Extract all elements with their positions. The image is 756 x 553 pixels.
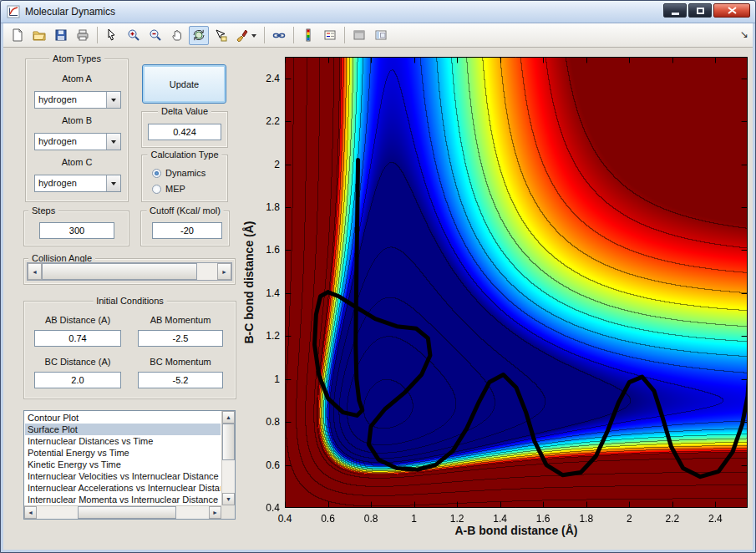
chevron-down-icon[interactable] (106, 134, 120, 150)
y-tick-label: 1.2 (248, 330, 280, 342)
edit-plot-button[interactable] (102, 26, 122, 45)
radio-dynamics-label: Dynamics (165, 168, 205, 178)
insert-colorbar-button[interactable] (298, 26, 318, 45)
y-axis-label: B-C bond distance (Å) (242, 221, 256, 344)
listbox-vertical-scrollbar[interactable]: ▲ ▼ (221, 411, 235, 505)
y-tick-label: 2.2 (248, 115, 280, 127)
atom-b-select[interactable]: hydrogen (34, 133, 121, 150)
ab-momentum-field[interactable] (138, 330, 223, 347)
vertical-scroll-thumb[interactable] (222, 424, 235, 460)
zoom-out-button[interactable] (145, 26, 165, 45)
delta-value-panel-title: Delta Value (158, 106, 211, 116)
atom-a-value: hydrogen (35, 92, 106, 108)
cutoff-panel-title: Cutoff (Kcal/ mol) (146, 205, 224, 216)
bc-distance-label: BC Distance (A) (34, 357, 121, 367)
scroll-up-arrow-icon[interactable]: ▲ (222, 411, 235, 424)
dropdown-caret-icon[interactable] (251, 34, 256, 40)
steps-field[interactable] (39, 222, 114, 239)
titlebar[interactable]: Molecular Dynamics (1, 1, 755, 23)
open-file-button[interactable] (29, 26, 49, 45)
plot-list-item[interactable]: Internuclear Distances vs Time (25, 435, 221, 447)
print-figure-button[interactable] (73, 26, 93, 45)
atom-c-select[interactable]: hydrogen (34, 175, 121, 192)
cutoff-field[interactable] (152, 222, 222, 239)
close-button[interactable] (713, 3, 750, 18)
cursor-arrow-icon (105, 28, 119, 42)
chevron-down-icon[interactable] (106, 175, 120, 191)
plot-type-listbox[interactable]: Contour PlotSurface PlotInternuclear Dis… (23, 410, 236, 520)
y-tick-label: 2.4 (248, 73, 280, 84)
plot-list-item[interactable]: Internuclear Momenta vs Internuclear Dis… (25, 494, 221, 505)
bc-momentum-label: BC Momentum (138, 357, 223, 367)
plot-list-item[interactable]: Contour Plot (25, 412, 221, 424)
brush-data-button[interactable] (232, 26, 260, 45)
update-button[interactable]: Update (142, 64, 226, 104)
atom-types-panel-title: Atom Types (49, 53, 104, 63)
plot-list-item[interactable]: Potential Energy vs Time (25, 447, 221, 459)
link-plot-button[interactable] (269, 26, 289, 45)
slider-right-arrow-icon[interactable]: ► (217, 263, 231, 280)
radio-button-icon (152, 169, 161, 178)
steps-panel: Steps (23, 211, 129, 246)
chevron-down-icon[interactable] (106, 92, 120, 108)
figure-content: Atom Types Atom A hydrogen Atom B hydrog… (3, 48, 753, 550)
horizontal-scroll-thumb[interactable] (78, 506, 176, 519)
colorbar-icon (302, 28, 315, 42)
toolbar-buttons (7, 26, 392, 45)
link-plot-icon (272, 28, 286, 42)
figure-client-area: ↘ Atom Types Atom A hydrogen Atom B hydr… (3, 23, 753, 550)
radio-dynamics[interactable]: Dynamics (152, 167, 205, 179)
rotate-3d-button[interactable] (189, 26, 209, 45)
x-tick-label: 1.8 (572, 513, 601, 525)
pan-button[interactable] (167, 26, 187, 45)
toolbar-separator (264, 27, 265, 43)
save-figure-button[interactable] (51, 26, 71, 45)
plot-list-item[interactable]: Kinetic Energy vs Time (25, 459, 221, 470)
legend-icon (323, 28, 337, 42)
data-cursor-button[interactable] (211, 26, 231, 45)
plot-list-item[interactable]: Surface Plot (25, 424, 221, 435)
calculation-type-panel: Calculation Type Dynamics MEP (141, 155, 228, 202)
show-plot-tools-icon (374, 28, 388, 42)
delta-value-field[interactable] (148, 124, 221, 140)
toolbar-separator (97, 27, 98, 43)
radio-mep[interactable]: MEP (152, 183, 185, 195)
collision-angle-slider[interactable]: ◄ ► (27, 262, 232, 281)
open-folder-icon (33, 28, 46, 42)
cutoff-panel: Cutoff (Kcal/ mol) (140, 211, 230, 246)
x-tick-label: 0.4 (271, 513, 299, 525)
pes-plot-canvas[interactable] (285, 57, 748, 508)
scroll-right-arrow-icon[interactable]: ► (209, 506, 221, 519)
plot-list-item[interactable]: Internuclear Velocities vs Internuclear … (25, 470, 221, 482)
ab-distance-field[interactable] (34, 330, 121, 347)
toolbar-separator (344, 27, 345, 43)
new-figure-button[interactable] (8, 26, 28, 45)
show-plot-tools-button[interactable] (371, 26, 391, 45)
atom-b-value: hydrogen (35, 134, 106, 150)
atom-a-select[interactable]: hydrogen (34, 91, 121, 109)
x-tick-label: 1.2 (443, 513, 471, 525)
radio-mep-label: MEP (165, 184, 185, 194)
x-tick-label: 0.8 (357, 513, 385, 525)
data-cursor-icon (214, 28, 227, 42)
slider-thumb[interactable] (42, 263, 197, 280)
zoom-in-icon (127, 28, 140, 42)
scroll-left-arrow-icon[interactable]: ◄ (24, 506, 37, 519)
hide-plot-tools-button[interactable] (349, 26, 369, 45)
dock-figure-button[interactable]: ↘ (740, 29, 748, 39)
bc-momentum-field[interactable] (138, 372, 223, 388)
hide-plot-tools-icon (353, 28, 366, 42)
slider-left-arrow-icon[interactable]: ◄ (28, 263, 42, 280)
zoom-out-icon (149, 28, 162, 42)
atom-b-label: Atom B (26, 115, 128, 125)
scroll-down-arrow-icon[interactable]: ▼ (222, 493, 235, 505)
minimize-button[interactable] (663, 3, 687, 18)
insert-legend-button[interactable] (320, 26, 340, 45)
maximize-button[interactable] (688, 3, 712, 18)
zoom-in-button[interactable] (124, 26, 144, 45)
listbox-horizontal-scrollbar[interactable]: ◄ ► (24, 505, 221, 519)
plot-list-item[interactable]: Internuclear Accelerations vs Internucle… (25, 482, 221, 494)
atom-c-value: hydrogen (35, 175, 106, 191)
atom-types-panel: Atom Types Atom A hydrogen Atom B hydrog… (25, 58, 129, 202)
bc-distance-field[interactable] (34, 372, 121, 388)
